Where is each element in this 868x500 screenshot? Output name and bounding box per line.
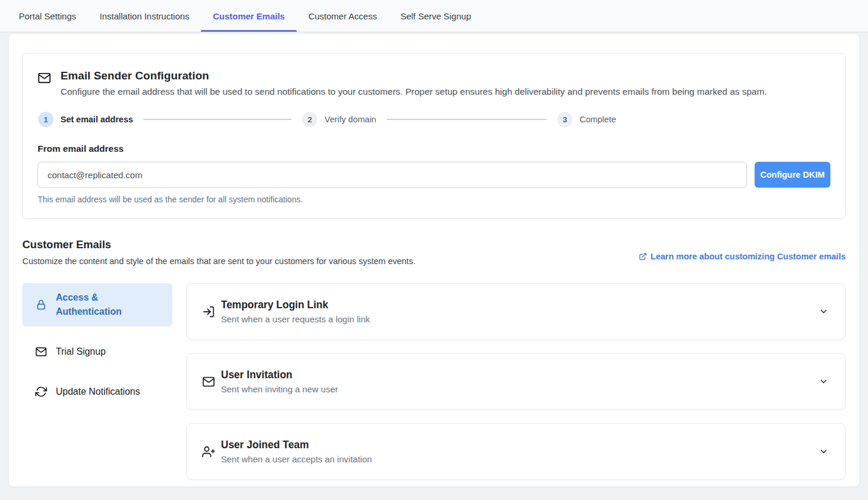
email-setup-stepper: 1 Set email address 2 Verify domain 3 Co… xyxy=(38,112,830,127)
step-1-indicator: 1 xyxy=(38,112,53,127)
chevron-down-icon[interactable] xyxy=(817,305,830,318)
sidebar-item-label: Access & Authentication xyxy=(56,291,159,319)
mail-icon xyxy=(35,346,47,358)
step-3-indicator: 3 xyxy=(557,112,572,127)
sidebar-item-trial-signup[interactable]: Trial Signup xyxy=(22,337,172,366)
email-template-card-user-joined-team[interactable]: User Joined Team Sent when a user accept… xyxy=(186,423,846,480)
refresh-icon xyxy=(35,386,47,398)
email-card-title: User Invitation xyxy=(221,369,817,381)
from-email-label: From email address xyxy=(38,144,830,154)
tab-portal-settings[interactable]: Portal Settings xyxy=(7,0,88,32)
sender-card-title: Email Sender Configuration xyxy=(61,69,767,82)
configure-dkim-button[interactable]: Configure DKIM xyxy=(755,162,830,188)
tab-self-serve-signup[interactable]: Self Serve Signup xyxy=(388,0,482,32)
learn-more-link[interactable]: Learn more about customizing Customer em… xyxy=(639,252,846,261)
email-sender-config-card: Email Sender Configuration Configure the… xyxy=(22,53,846,219)
from-email-helper-text: This email address will be used as the s… xyxy=(38,195,830,204)
mail-icon xyxy=(202,375,215,388)
step-2-indicator: 2 xyxy=(302,112,317,127)
from-email-input[interactable] xyxy=(38,162,747,188)
customer-emails-content: Access & Authentication Trial Signup Upd… xyxy=(22,283,846,480)
email-template-card-temporary-login-link[interactable]: Temporary Login Link Sent when a user re… xyxy=(186,283,846,340)
chevron-down-icon[interactable] xyxy=(817,445,830,458)
lock-icon xyxy=(35,299,47,311)
sidebar-item-access-authentication[interactable]: Access & Authentication xyxy=(22,283,172,326)
content-panel: Email Sender Configuration Configure the… xyxy=(9,34,859,486)
tab-installation-instructions[interactable]: Installation Instructions xyxy=(88,0,202,32)
email-template-card-user-invitation[interactable]: User Invitation Sent when inviting a new… xyxy=(186,353,846,410)
email-template-list: Temporary Login Link Sent when a user re… xyxy=(186,283,846,480)
email-card-title: User Joined Team xyxy=(221,439,817,451)
step-1-label: Set email address xyxy=(61,115,133,124)
email-card-subtitle: Sent when a user accepts an invitation xyxy=(221,454,817,464)
email-card-subtitle: Sent when inviting a new user xyxy=(221,384,817,394)
step-connector xyxy=(387,119,547,120)
email-card-title: Temporary Login Link xyxy=(221,299,817,311)
chevron-down-icon[interactable] xyxy=(817,375,830,388)
learn-more-label: Learn more about customizing Customer em… xyxy=(651,252,846,261)
sender-card-description: Configure the email address that will be… xyxy=(61,86,767,97)
step-3-label: Complete xyxy=(579,115,616,124)
tab-customer-emails[interactable]: Customer Emails xyxy=(201,0,297,32)
login-icon xyxy=(202,305,215,318)
customer-emails-section-header: Customer Emails Customize the content an… xyxy=(22,238,846,266)
email-category-sidebar: Access & Authentication Trial Signup Upd… xyxy=(22,283,172,480)
mail-icon xyxy=(38,71,51,97)
from-email-row: Configure DKIM xyxy=(38,162,830,188)
sidebar-item-label: Update Notifications xyxy=(56,385,140,399)
tab-customer-access[interactable]: Customer Access xyxy=(297,0,389,32)
external-link-icon xyxy=(639,252,647,261)
user-plus-icon xyxy=(202,445,215,458)
settings-tab-bar: Portal Settings Installation Instruction… xyxy=(0,0,868,32)
section-title: Customer Emails xyxy=(22,238,415,251)
section-subtitle: Customize the content and style of the e… xyxy=(22,256,415,266)
step-2-label: Verify domain xyxy=(324,115,376,124)
sender-card-header: Email Sender Configuration Configure the… xyxy=(38,69,830,97)
step-connector xyxy=(143,119,291,120)
sidebar-item-label: Trial Signup xyxy=(56,345,106,359)
email-card-subtitle: Sent when a user requests a login link xyxy=(221,314,817,324)
sidebar-item-update-notifications[interactable]: Update Notifications xyxy=(22,377,172,406)
